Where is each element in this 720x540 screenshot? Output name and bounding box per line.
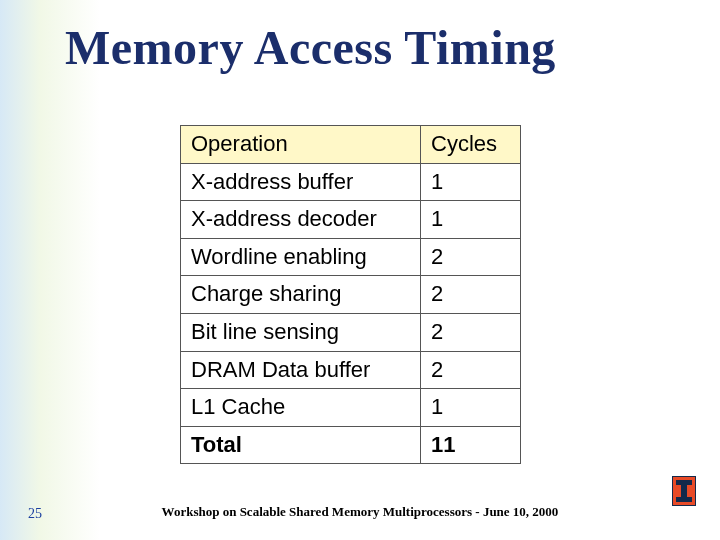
table-header-row: Operation Cycles (181, 126, 521, 164)
table-row: DRAM Data buffer 2 (181, 351, 521, 389)
cell-cycles: 2 (421, 351, 521, 389)
cell-cycles: 2 (421, 238, 521, 276)
table-row: L1 Cache 1 (181, 389, 521, 427)
svg-rect-3 (676, 497, 692, 502)
slide-title: Memory Access Timing (65, 20, 680, 75)
table-row-total: Total 11 (181, 426, 521, 464)
cell-cycles: 1 (421, 201, 521, 239)
cell-operation: X-address buffer (181, 163, 421, 201)
cell-operation: Wordline enabling (181, 238, 421, 276)
cell-operation: DRAM Data buffer (181, 351, 421, 389)
table-row: Charge sharing 2 (181, 276, 521, 314)
cell-cycles: 1 (421, 389, 521, 427)
cell-operation-total: Total (181, 426, 421, 464)
cell-operation: L1 Cache (181, 389, 421, 427)
cell-cycles: 1 (421, 163, 521, 201)
col-header-cycles: Cycles (421, 126, 521, 164)
col-header-operation: Operation (181, 126, 421, 164)
timing-table: Operation Cycles X-address buffer 1 X-ad… (180, 125, 521, 464)
slide: Memory Access Timing Operation Cycles X-… (0, 0, 720, 540)
table-row: X-address decoder 1 (181, 201, 521, 239)
cell-operation: Charge sharing (181, 276, 421, 314)
footer-text: Workshop on Scalable Shared Memory Multi… (0, 504, 720, 520)
cell-operation: Bit line sensing (181, 313, 421, 351)
cell-cycles: 2 (421, 276, 521, 314)
table-row: Bit line sensing 2 (181, 313, 521, 351)
illinois-logo-icon (672, 476, 702, 512)
cell-cycles: 2 (421, 313, 521, 351)
cell-cycles-total: 11 (421, 426, 521, 464)
cell-operation: X-address decoder (181, 201, 421, 239)
table-row: Wordline enabling 2 (181, 238, 521, 276)
table-row: X-address buffer 1 (181, 163, 521, 201)
